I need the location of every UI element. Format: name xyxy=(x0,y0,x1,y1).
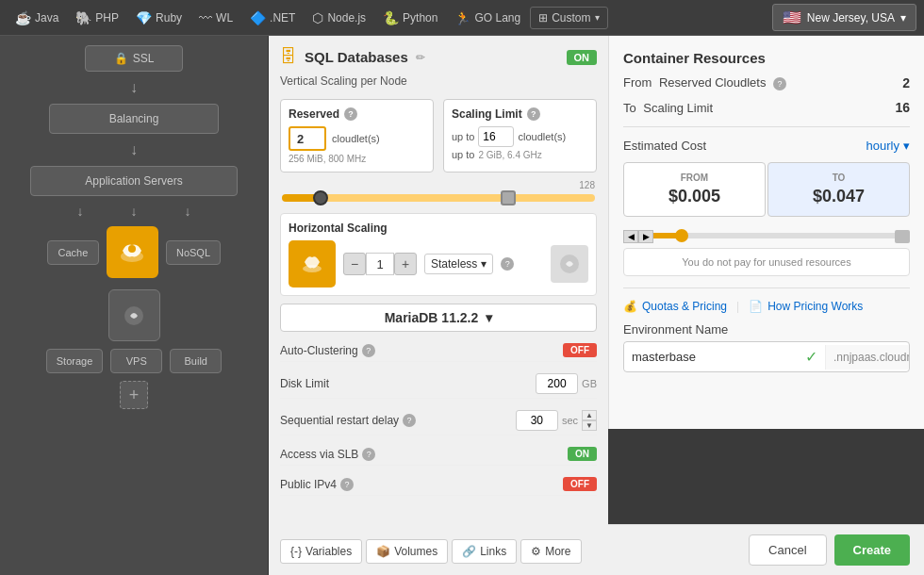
cost-slider-left-btn[interactable]: ◀ xyxy=(623,230,638,243)
vps-button[interactable]: VPS xyxy=(110,349,162,373)
auto-clustering-toggle[interactable]: OFF xyxy=(563,343,597,357)
auto-clustering-row: Auto-Clustering ? OFF xyxy=(280,339,597,362)
build-button[interactable]: Build xyxy=(170,349,222,373)
disk-limit-label-cell: Disk Limit xyxy=(280,377,536,390)
balancing-button[interactable]: Balancing xyxy=(49,104,219,134)
nav-wl-label: WL xyxy=(216,11,233,25)
from-price-subtitle: FROM xyxy=(634,172,755,183)
more-button[interactable]: ⚙ More xyxy=(520,539,581,564)
auto-clustering-label: Auto-Clustering xyxy=(280,344,358,357)
price-boxes: FROM $0.005 TO $0.047 xyxy=(623,162,910,217)
horizontal-scaling-section: Horizontal Scaling − 1 + Stateless ▾ xyxy=(280,213,597,296)
ssl-button[interactable]: 🔒 SSL xyxy=(85,45,184,72)
create-button[interactable]: Create xyxy=(834,534,910,566)
seq-restart-up[interactable]: ▲ xyxy=(582,410,597,420)
env-name-input[interactable] xyxy=(624,344,798,370)
bottom-toolbar: {-} Variables 📦 Volumes 🔗 Links ⚙ More xyxy=(280,534,597,564)
variables-button[interactable]: {-} Variables xyxy=(280,539,362,564)
volumes-label: Volumes xyxy=(394,545,437,558)
reserved-info-icon[interactable]: ? xyxy=(344,107,357,121)
seq-restart-info-icon[interactable]: ? xyxy=(403,414,416,427)
mariadb-selector[interactable]: MariaDB 11.2.2 ▾ xyxy=(280,304,597,332)
region-selector[interactable]: 🇺🇸 New Jersey, USA ▾ xyxy=(772,4,916,31)
vps-label: VPS xyxy=(126,355,147,367)
nav-php[interactable]: 🐘 PHP xyxy=(68,7,126,29)
h-scaling-controls: − 1 + Stateless ▾ ? xyxy=(289,240,588,288)
grid-icon: ⊞ xyxy=(538,11,548,25)
public-ipv4-label: Public IPv4 xyxy=(280,478,337,491)
secondary-icon-button[interactable] xyxy=(108,289,160,341)
cost-slider-right-handle[interactable] xyxy=(895,230,910,243)
access-slb-info-icon[interactable]: ? xyxy=(362,448,375,461)
storage-button[interactable]: Storage xyxy=(46,349,104,373)
nav-nodejs[interactable]: ⬡ Node.js xyxy=(305,7,373,29)
public-ipv4-toggle[interactable]: OFF xyxy=(563,477,597,491)
cost-slider-track xyxy=(627,233,906,238)
access-slb-label-cell: Access via SLB ? xyxy=(280,448,568,461)
cost-slider-thumb[interactable] xyxy=(675,229,688,242)
seq-restart-down[interactable]: ▼ xyxy=(582,420,597,431)
main-content: 🔒 SSL ↓ Balancing ↓ Application Servers … xyxy=(0,36,924,575)
quotas-pricing-link[interactable]: 💰 Quotas & Pricing xyxy=(623,300,727,313)
reserved-box: Reserved ? cloudlet(s) 256 MiB, 800 MHz xyxy=(280,99,434,172)
env-name-input-row: ✓ .nnjpaas.cloudmydc.com xyxy=(623,341,910,372)
variables-icon: {-} xyxy=(290,545,302,558)
add-node-button[interactable]: + xyxy=(120,381,148,409)
nav-ruby[interactable]: 💎 Ruby xyxy=(128,7,190,29)
db-toggle-on[interactable]: ON xyxy=(567,50,598,65)
cost-slider-wrapper: ◀ ▶ xyxy=(623,226,910,238)
slider-thumb-limit[interactable] xyxy=(501,190,516,205)
cache-node-button[interactable]: Cache xyxy=(47,240,99,265)
access-slb-toggle[interactable]: ON xyxy=(568,447,597,461)
cost-slider-right-btn[interactable]: ▶ xyxy=(638,230,653,243)
reserved-cloudlets-input[interactable] xyxy=(289,126,326,151)
disk-limit-value-cell: GB xyxy=(536,373,597,394)
more-label: More xyxy=(545,545,570,558)
how-pricing-link[interactable]: 📄 How Pricing Works xyxy=(749,300,863,313)
scaling-slider[interactable] xyxy=(282,194,595,202)
auto-clustering-info-icon[interactable]: ? xyxy=(362,344,375,357)
app-servers-label: Application Servers xyxy=(85,174,182,188)
slider-max-label: 128 xyxy=(282,180,595,190)
increase-node-button[interactable]: + xyxy=(394,253,417,275)
nav-wl[interactable]: 〰 WL xyxy=(191,7,240,29)
quotas-row: 💰 Quotas & Pricing | 📄 How Pricing Works xyxy=(623,300,910,313)
links-button[interactable]: 🔗 Links xyxy=(452,539,517,564)
db-title: SQL Databases xyxy=(305,49,408,65)
to-scaling-limit-label: To Scaling Limit xyxy=(623,101,889,115)
env-name-check-icon: ✓ xyxy=(798,342,825,371)
how-pricing-label: How Pricing Works xyxy=(767,300,863,313)
nav-ruby-label: Ruby xyxy=(156,11,182,25)
nav-dotnet[interactable]: 🔷 .NET xyxy=(242,7,303,29)
ruby-icon: 💎 xyxy=(136,10,152,25)
disk-limit-input[interactable] xyxy=(536,373,578,394)
edit-icon[interactable]: ✏ xyxy=(416,51,425,64)
mariadb-dropdown-icon: ▾ xyxy=(486,310,492,325)
mariadb-node-icon[interactable] xyxy=(107,226,158,278)
down-arrow-4: ↓ xyxy=(131,204,138,219)
public-ipv4-info-icon[interactable]: ? xyxy=(340,478,354,491)
scaling-limit-label: Scaling Limit xyxy=(452,107,522,121)
reserved-title: Reserved ? xyxy=(289,107,425,121)
nav-python[interactable]: 🐍 Python xyxy=(375,7,445,29)
volumes-button[interactable]: 📦 Volumes xyxy=(366,539,448,564)
nav-custom-dropdown[interactable]: ⊞ Custom ▾ xyxy=(530,7,607,29)
decrease-node-button[interactable]: − xyxy=(343,253,366,275)
divider-1 xyxy=(623,126,910,127)
estimated-cost-label: Estimated Cost xyxy=(623,139,861,153)
reserved-cloudlets-info-icon[interactable]: ? xyxy=(773,77,786,90)
stateless-info-icon[interactable]: ? xyxy=(501,257,514,271)
php-icon: 🐘 xyxy=(75,10,91,25)
hourly-selector[interactable]: hourly ▾ xyxy=(866,139,910,153)
scaling-limit-input[interactable] xyxy=(478,126,514,147)
app-servers-button[interactable]: Application Servers xyxy=(30,166,238,196)
cancel-button[interactable]: Cancel xyxy=(749,534,826,566)
nav-java[interactable]: ☕ Java xyxy=(8,7,66,29)
scaling-limit-info-icon[interactable]: ? xyxy=(527,107,540,121)
stateless-select[interactable]: Stateless ▾ xyxy=(424,254,493,274)
seq-restart-input[interactable] xyxy=(516,410,558,431)
slider-thumb-reserved[interactable] xyxy=(313,190,328,205)
nosql-node-button[interactable]: NoSQL xyxy=(166,240,221,265)
cache-label: Cache xyxy=(58,247,89,258)
nav-golang[interactable]: 🏃 GO Lang xyxy=(447,7,528,29)
